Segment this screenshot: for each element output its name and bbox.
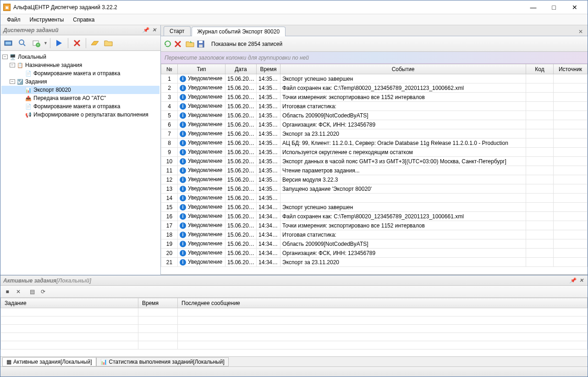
col-time2[interactable]: Время (138, 298, 178, 308)
info-icon: i (180, 195, 186, 201)
log-row[interactable]: 2iУведомление15.06.202214:35:08Файл сохр… (161, 83, 588, 93)
bottom-title: Активные задания (3, 277, 56, 284)
bottom-toolbar: ■ ✕ ▤ ⟳ (0, 286, 588, 298)
active-row-empty (1, 316, 588, 325)
active-tasks-grid[interactable]: Задание Время Последнее сообщение (0, 298, 588, 356)
tree-task-export[interactable]: 📊Экспорт 80020 (1, 86, 159, 94)
refresh2-icon[interactable]: ⟳ (39, 288, 47, 296)
erase-icon[interactable] (88, 37, 101, 50)
info-icon: i (180, 103, 186, 110)
search-icon[interactable] (16, 37, 29, 50)
left-toolbar: + ▼ (0, 35, 160, 51)
run-icon[interactable] (53, 37, 66, 50)
log-row[interactable]: 20iУведомление15.06.202214:34:52Организа… (161, 249, 588, 258)
tab-start[interactable]: Старт (164, 26, 191, 36)
window-title: АльфаЦЕНТР Диспетчер заданий 3.22.2 (13, 4, 523, 11)
bottom-close-icon[interactable]: ✕ (577, 277, 585, 284)
col-date[interactable]: Дата (225, 64, 257, 74)
bottom-pin-icon[interactable]: 📌 (569, 277, 577, 284)
col-event[interactable]: Событие (280, 64, 526, 74)
log-grid[interactable]: № Тип Дата Время Событие Код Источник 1i… (161, 64, 588, 275)
log-row[interactable]: 19iУведомление15.06.202214:34:52Область … (161, 239, 588, 249)
tree-task-inform[interactable]: 📢Информирование о результатах выполнения (1, 111, 159, 119)
left-panel-header: Диспетчер заданий 📌 ✕ (0, 25, 160, 35)
log-row[interactable]: 15iУведомление15.06.202214:34:52Экспорт … (161, 203, 588, 212)
col-msg[interactable]: Последнее сообщение (178, 298, 588, 308)
log-row[interactable]: 1iУведомление15.06.202214:35:08Экспорт у… (161, 74, 588, 83)
chart-icon: 📊 (100, 359, 107, 365)
tree-assigned[interactable]: −📋Назначенные задания (1, 61, 159, 69)
tab-log[interactable]: Журнал событий Экспорт 80020 (192, 27, 286, 36)
info-icon: i (180, 241, 186, 247)
log-row[interactable]: 17iУведомление15.06.202214:34:52Точки из… (161, 221, 588, 230)
svg-marker-7 (56, 40, 62, 46)
info-icon: i (180, 167, 186, 174)
list-icon[interactable]: ▤ (28, 288, 36, 296)
log-row[interactable]: 7iУведомление15.06.202214:35:08Экспорт з… (161, 129, 588, 139)
folder-icon[interactable] (102, 37, 115, 50)
stop-icon[interactable]: ■ (3, 288, 11, 296)
pin-icon[interactable]: 📌 (142, 27, 149, 34)
log-row[interactable]: 6iУведомление15.06.202214:35:08Организац… (161, 120, 588, 129)
task-tree[interactable]: −🖥️Локальный −📋Назначенные задания 📄Форм… (0, 51, 160, 275)
menu-file[interactable]: Файл (2, 14, 25, 25)
refresh-icon[interactable] (164, 40, 172, 48)
panel-close-icon[interactable]: ✕ (150, 27, 158, 34)
log-row[interactable]: 4iУведомление15.06.202214:35:08Итоговая … (161, 102, 588, 111)
remove-icon[interactable]: ✕ (14, 288, 22, 296)
col-task[interactable]: Задание (1, 298, 138, 308)
minimize-button[interactable]: ― (523, 1, 544, 14)
maximize-button[interactable]: □ (544, 1, 564, 14)
open-folder-icon[interactable] (186, 40, 195, 48)
log-row[interactable]: 16iУведомление15.06.202214:34:52Файл сох… (161, 212, 588, 221)
connect-icon[interactable] (2, 37, 15, 50)
tree-root[interactable]: −🖥️Локальный (1, 53, 159, 61)
col-num[interactable]: № (161, 64, 178, 74)
log-row[interactable]: 3iУведомление15.06.202214:35:08Точки изм… (161, 93, 588, 102)
col-source[interactable]: Источник (554, 64, 588, 74)
clear-icon[interactable] (174, 40, 182, 48)
info-icon: i (180, 76, 186, 82)
svg-marker-16 (190, 41, 192, 43)
menu-tools[interactable]: Инструменты (25, 14, 69, 25)
bottom-panel: Активные задания[Локальный] 📌 ✕ ■ ✕ ▤ ⟳ … (0, 275, 588, 366)
info-icon: i (180, 122, 186, 128)
col-type[interactable]: Тип (178, 64, 225, 74)
svg-line-3 (23, 44, 25, 46)
log-row[interactable]: 18iУведомление15.06.202214:34:52Итоговая… (161, 230, 588, 239)
tab-close-icon[interactable]: ✕ (577, 28, 585, 36)
left-panel: Диспетчер заданий 📌 ✕ + ▼ −🖥️Локальный −… (0, 25, 161, 275)
info-icon: i (180, 186, 186, 192)
log-toolbar: Показаны все 2854 записей (161, 36, 588, 52)
log-row[interactable]: 8iУведомление15.06.202214:35:08АЦ БД: 99… (161, 139, 588, 148)
tree-task-form[interactable]: 📄Формирование макета и отправка (1, 102, 159, 111)
info-icon: i (180, 131, 186, 137)
log-row[interactable]: 9iУведомление15.06.202214:35:08Используе… (161, 148, 588, 157)
log-row[interactable]: 11iУведомление15.06.202214:35:08Чтение п… (161, 166, 588, 175)
delete-icon[interactable] (71, 37, 83, 50)
tree-assigned-1[interactable]: 📄Формирование макета и отправка (1, 69, 159, 78)
col-code[interactable]: Код (526, 64, 554, 74)
bottom-tab-active[interactable]: ▦Активные задания[Локальный] (2, 357, 96, 366)
log-row[interactable]: 12iУведомление15.06.202214:35:08Версия м… (161, 175, 588, 184)
log-row[interactable]: 10iУведомление15.06.202214:35:08Экспорт … (161, 157, 588, 166)
add-icon[interactable]: + (30, 37, 43, 50)
info-icon: i (180, 232, 186, 238)
active-row-empty (1, 341, 588, 349)
save-icon[interactable] (197, 40, 205, 48)
grid-icon: ▦ (6, 359, 11, 365)
group-by-bar[interactable]: Перенесите заголовок колонки для группир… (161, 52, 588, 64)
log-row[interactable]: 13iУведомление15.06.202214:35:08Запущено… (161, 184, 588, 194)
close-button[interactable]: ✕ (564, 1, 585, 14)
tree-task-ats[interactable]: 📤Передача макетов АО "АТС" (1, 94, 159, 102)
svg-point-2 (19, 40, 24, 44)
info-icon: i (180, 94, 186, 100)
log-row[interactable]: 5iУведомление15.06.202214:35:08Область 2… (161, 111, 588, 120)
tree-tasks[interactable]: −☑️Задания (1, 78, 159, 86)
bottom-tab-stats[interactable]: 📊Статистика выполнения заданий[Локальный… (96, 357, 229, 366)
bottom-title-suffix: [Локальный] (56, 277, 91, 284)
log-row[interactable]: 14iУведомление15.06.202214:35:08 (161, 194, 588, 203)
menu-help[interactable]: Справка (68, 14, 99, 25)
col-time[interactable]: Время (257, 64, 280, 74)
log-row[interactable]: 21iУведомление15.06.202214:34:52Экспорт … (161, 258, 588, 267)
